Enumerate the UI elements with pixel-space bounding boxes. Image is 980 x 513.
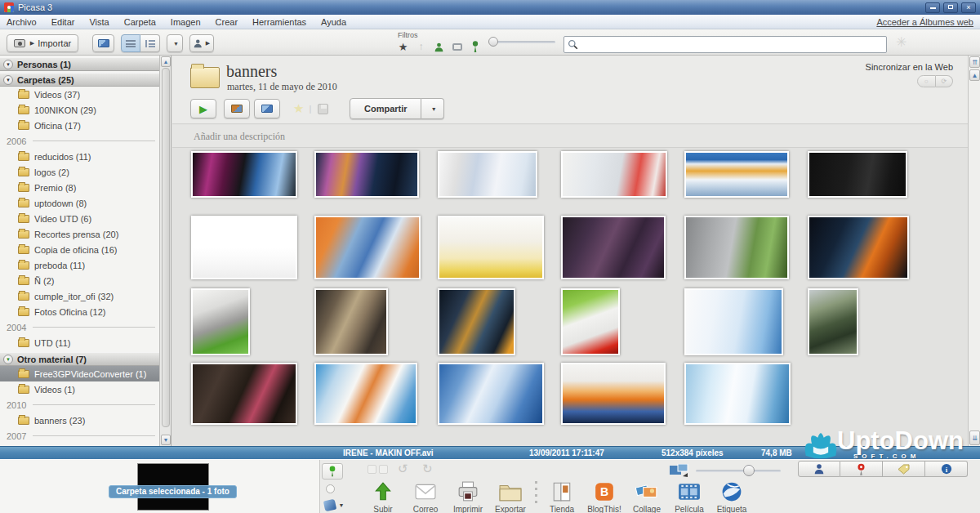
dungeon-dan-banner[interactable] — [438, 288, 515, 355]
collage-button[interactable]: Collage — [626, 480, 668, 513]
dark-messiah-banner[interactable] — [314, 288, 388, 355]
subir-button[interactable]: Subir — [362, 480, 404, 513]
add-album-button[interactable] — [92, 34, 114, 52]
collapse-toggle-icon[interactable]: ▼ — [3, 60, 13, 69]
scroll-down-icon[interactable]: ▼ — [161, 435, 171, 445]
byki-banner[interactable] — [684, 288, 783, 355]
zoom-slider[interactable] — [696, 470, 781, 472]
sidebar-item-recortes-prensa-20[interactable]: Recortes prensa (20) — [0, 226, 160, 242]
menu-editar[interactable]: Editar — [51, 17, 75, 27]
create-collage-button[interactable] — [224, 99, 250, 118]
create-movie-button[interactable] — [254, 99, 280, 118]
sidebar-item-utd-11[interactable]: UTD (11) — [0, 335, 160, 350]
zip-globes-banner[interactable] — [684, 151, 789, 198]
minimize-button[interactable] — [925, 2, 940, 13]
collapse-toggle-icon[interactable]: ▼ — [3, 75, 13, 85]
gallery-frog-banner[interactable] — [191, 288, 250, 355]
thunderbird-banner[interactable] — [684, 363, 791, 425]
sidebar-header-carpetas-25[interactable]: ▼Carpetas (25) — [0, 73, 160, 87]
info-panel-button[interactable]: i — [925, 461, 968, 477]
sidebar-header-otro-material-7[interactable]: ▼Otro material (7) — [0, 352, 160, 366]
sidebar-item-preboda-11[interactable]: preboda (11) — [0, 257, 160, 273]
zoom-knob[interactable] — [743, 465, 755, 476]
hold-radio-button[interactable] — [326, 484, 335, 493]
tree-view-button[interactable] — [140, 34, 160, 52]
photo-wall-banner[interactable] — [561, 216, 666, 279]
gimp-bamboo-banner[interactable] — [808, 288, 858, 355]
slideshow-play-button[interactable]: ▶ — [190, 99, 216, 118]
content-scrollbar[interactable]: ⇈ ▲ ⇊ — [968, 56, 980, 446]
places-panel-button[interactable] — [840, 461, 883, 477]
tags-panel-button[interactable] — [883, 461, 925, 477]
firefox-mozilla-banner[interactable] — [561, 363, 666, 425]
star-filter-icon[interactable]: ★ — [395, 39, 411, 54]
frost-desktop-banner[interactable] — [191, 151, 297, 198]
upload-filter-icon[interactable]: ↑ — [413, 39, 429, 54]
share-button[interactable]: Compartir — [350, 98, 421, 119]
undo-icon[interactable]: ↺ — [398, 462, 408, 476]
blue-panels-banner[interactable] — [438, 363, 544, 425]
etiqueta-button[interactable]: Etiqueta — [710, 480, 753, 513]
menu-ayuda[interactable]: Ayuda — [321, 17, 346, 27]
slider-knob[interactable] — [488, 37, 498, 47]
scroll-bottom-icon[interactable]: ⇊ — [969, 430, 980, 445]
video-filter-icon[interactable] — [449, 39, 465, 54]
sidebar-item-videos-1[interactable]: Videos (1) — [0, 381, 160, 397]
menu-crear[interactable]: Crear — [216, 17, 238, 27]
description-row[interactable]: Añadir una descripción — [172, 125, 968, 148]
sidebar-header-personas-1[interactable]: ▼Personas (1) — [0, 57, 160, 71]
scroll-up-icon[interactable]: ▲ — [969, 69, 980, 81]
sidebar-item-logos-2[interactable]: logos (2) — [0, 164, 160, 180]
tray-option-button[interactable] — [379, 465, 388, 474]
blogthis-button[interactable]: BBlogThis! — [583, 480, 626, 513]
import-button[interactable]: ▶ Importar — [7, 34, 78, 52]
sidebar-item-video-utd-6[interactable]: Video UTD (6) — [0, 211, 160, 226]
menu-archivo[interactable]: Archivo — [7, 17, 37, 27]
menu-vista[interactable]: Vista — [89, 17, 109, 27]
search-input[interactable] — [578, 40, 883, 50]
redo-icon[interactable]: ↻ — [422, 462, 433, 476]
sidebar-item-banners-23[interactable]: banners (23) — [0, 413, 160, 428]
película-button[interactable]: Película — [668, 480, 710, 513]
sidebar-item-free3gpvideoconverter-1[interactable]: Free3GPVideoConverter (1) — [0, 366, 160, 381]
web-albums-link[interactable]: Acceder a Álbumes web — [876, 17, 973, 27]
sidebar-item-ñ-2[interactable]: Ñ (2) — [0, 273, 160, 288]
scrollbar-thumb[interactable] — [162, 68, 170, 427]
sidebar-item-copia-de-oficina-16[interactable]: Copia de oficina (16) — [0, 242, 160, 257]
restore-button[interactable] — [943, 2, 958, 13]
exportar-button[interactable]: Exportar — [489, 480, 532, 513]
nfs-world-banner[interactable] — [808, 216, 909, 279]
description-placeholder[interactable]: Añadir una descripción — [194, 131, 285, 143]
geotag-filter-icon[interactable] — [467, 39, 483, 54]
thumbnail-size-icon[interactable] — [670, 464, 689, 477]
people-panel-button[interactable] — [798, 461, 840, 477]
faces-filter-icon[interactable] — [431, 39, 447, 54]
date-range-slider[interactable] — [490, 41, 555, 43]
comic-help-banner[interactable] — [438, 216, 544, 279]
label-brush-button[interactable]: ▼ — [320, 497, 348, 513]
sidebar-item-uptodown-8[interactable]: uptodown (8) — [0, 195, 160, 211]
orange-manager-banner[interactable] — [314, 216, 421, 279]
sync-toggle[interactable]: ○ ⟳ — [917, 75, 953, 87]
vlc-postcards-banner[interactable] — [314, 363, 417, 425]
avg-offer-banner[interactable] — [561, 151, 667, 198]
close-button[interactable]: × — [961, 2, 976, 13]
musicshake-banner[interactable] — [808, 151, 907, 198]
menu-imagen[interactable]: Imagen — [171, 17, 201, 27]
scroll-up-icon[interactable]: ▲ — [161, 56, 171, 67]
menu-carpeta[interactable]: Carpeta — [124, 17, 156, 27]
sidebar-item-oficina-17[interactable]: Oficina (17) — [0, 118, 160, 133]
hold-pin-button[interactable] — [322, 463, 343, 480]
share-dropdown-button[interactable]: ▼ — [421, 98, 444, 119]
sidebar-item-cumple-itor-ofi-32[interactable]: cumple_itor_ofi (32) — [0, 288, 160, 304]
flat-view-button[interactable] — [121, 34, 140, 52]
opera-leaf-banner[interactable] — [561, 288, 620, 355]
sync-refresh-icon[interactable]: ⟳ — [936, 75, 954, 87]
people-slideshow-button[interactable]: ▶ — [189, 34, 214, 52]
clear-tray-button[interactable] — [368, 465, 376, 474]
tienda-button[interactable]: Tienda — [541, 480, 583, 513]
sidebar-item-videos-37[interactable]: Videos (37) — [0, 87, 160, 102]
eboostr-banner[interactable] — [438, 151, 537, 198]
view-options-dropdown[interactable]: ▼ — [167, 34, 183, 52]
imprimir-button[interactable]: Imprimir — [447, 480, 489, 513]
